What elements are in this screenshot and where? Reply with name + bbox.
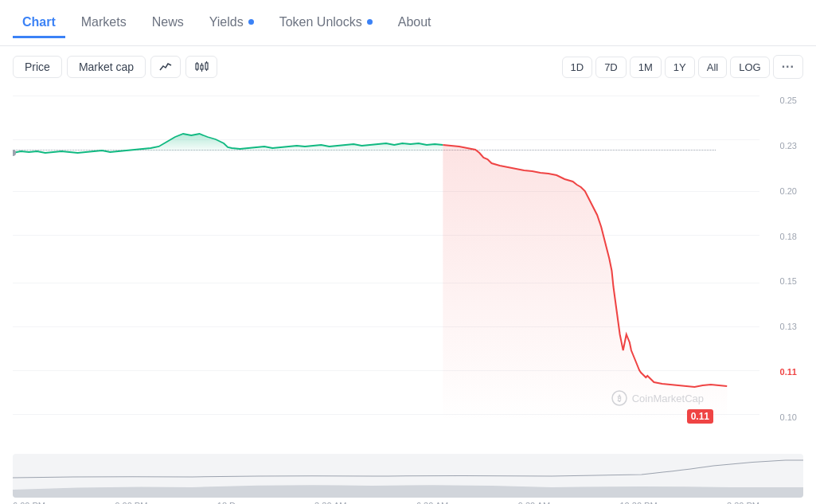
volume-chart — [13, 454, 803, 498]
price-chart-svg — [13, 88, 759, 422]
time-all-button[interactable]: All — [698, 57, 727, 78]
x-label-330pm: 3:30 PM — [727, 501, 759, 504]
volume-svg — [13, 454, 803, 498]
tab-news[interactable]: News — [143, 9, 193, 38]
x-label-1230pm: 12:30 PM — [620, 501, 658, 504]
tab-token-unlocks[interactable]: Token Unlocks — [270, 9, 382, 38]
yields-badge — [248, 19, 254, 25]
toolbar-left: Price Market cap — [13, 56, 217, 78]
time-7d-button[interactable]: 7D — [595, 57, 627, 78]
reference-dot — [13, 150, 16, 156]
token-unlocks-badge — [367, 19, 373, 25]
coinmarketcap-logo: ₿ — [611, 390, 627, 406]
y-label-0.13: 0.13 — [759, 322, 803, 331]
tab-about[interactable]: About — [388, 9, 441, 38]
x-label-330am: 3:30 AM — [314, 501, 346, 504]
y-label-0.10: 0.10 — [759, 412, 803, 422]
price-button[interactable]: Price — [13, 56, 62, 78]
svg-rect-3 — [201, 65, 203, 69]
candle-chart-icon — [194, 61, 209, 73]
chart-toolbar: Price Market cap 1D 7D 1M 1Y All — [0, 46, 816, 88]
y-label-0.18: 0.18 — [759, 232, 803, 241]
y-label-0.20: 0.20 — [759, 186, 803, 196]
svg-rect-9 — [13, 88, 759, 422]
y-label-0.23: 0.23 — [759, 141, 803, 150]
y-axis: 0.25 0.23 0.20 0.18 0.15 0.13 0.11 0.10 — [759, 88, 803, 454]
tab-chart[interactable]: Chart — [13, 9, 65, 38]
watermark-text: CoinMarketCap — [632, 393, 704, 404]
time-1m-button[interactable]: 1M — [630, 57, 662, 78]
current-price-label: 0.11 — [687, 409, 713, 424]
y-label-0.15: 0.15 — [759, 276, 803, 286]
x-label-18dec: 18 Dec — [217, 501, 245, 504]
svg-text:₿: ₿ — [617, 394, 622, 403]
tab-yields[interactable]: Yields — [200, 9, 264, 38]
toolbar-right: 1D 7D 1M 1Y All LOG ··· — [562, 55, 803, 79]
chart-container: ₿ CoinMarketCap 0.11 0.25 0.23 0.20 0.18… — [0, 88, 816, 454]
x-label-630am: 6:30 AM — [416, 501, 448, 504]
candle-chart-icon-button[interactable] — [185, 56, 217, 78]
y-label-0.25: 0.25 — [759, 96, 803, 105]
time-1y-button[interactable]: 1Y — [665, 57, 695, 78]
time-1d-button[interactable]: 1D — [562, 57, 593, 78]
more-options-button[interactable]: ··· — [773, 55, 803, 79]
market-cap-button[interactable]: Market cap — [67, 56, 146, 78]
svg-rect-0 — [196, 64, 198, 69]
line-chart-icon — [159, 61, 172, 73]
y-label-0.11: 0.11 — [759, 367, 803, 377]
watermark: ₿ CoinMarketCap — [611, 390, 704, 406]
x-label-9pm: 9:00 PM — [115, 501, 147, 504]
x-axis: 6:00 PM 9:00 PM 18 Dec 3:30 AM 6:30 AM 9… — [0, 498, 772, 504]
svg-rect-6 — [205, 63, 208, 69]
line-chart-icon-button[interactable] — [150, 56, 181, 78]
log-button[interactable]: LOG — [730, 57, 769, 78]
tab-markets[interactable]: Markets — [72, 9, 136, 38]
x-label-930am: 9:30 AM — [518, 501, 550, 504]
nav-tabs: Chart Markets News Yields Token Unlocks … — [0, 0, 816, 46]
chart-inner: ₿ CoinMarketCap 0.11 — [13, 88, 759, 454]
x-label-6pm: 6:00 PM — [13, 501, 45, 504]
